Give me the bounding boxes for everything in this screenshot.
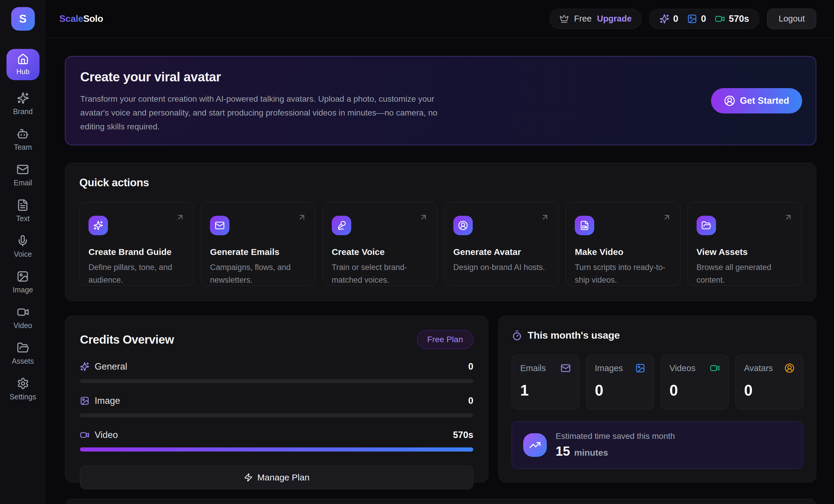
logo-solo: Solo — [83, 13, 103, 24]
stat-value: 1 — [520, 382, 571, 399]
credits-overview-title: Credits Overview — [80, 333, 174, 346]
sidebar-item-hub[interactable]: Hub — [6, 49, 40, 80]
user-round-icon — [785, 363, 794, 373]
quick-action-title: Create Brand Guide — [88, 247, 184, 257]
quick-action-create-voice[interactable]: Create Voice Train or select brand-match… — [323, 202, 437, 286]
stat-label: Videos — [670, 363, 695, 373]
hero-description: Transform your content creation with AI-… — [80, 92, 461, 134]
stat-value: 0 — [670, 382, 720, 399]
quick-action-generate-avatar[interactable]: Generate Avatar Design on-brand AI hosts… — [444, 202, 558, 286]
video-credits-chip: 570s — [715, 14, 749, 24]
stat-card-videos: Videos 0 — [661, 354, 728, 409]
sidebar-item-voice[interactable]: Voice — [14, 235, 32, 258]
arrow-up-right-icon — [784, 213, 793, 222]
sidebar-item-label: Team — [14, 143, 32, 152]
get-started-label: Get Started — [740, 95, 789, 106]
credits-pill[interactable]: 0 0 570s — [649, 9, 760, 29]
sidebar-item-label: Brand — [13, 107, 33, 116]
folder-open-icon — [17, 342, 29, 354]
workspace-avatar[interactable]: S — [11, 7, 35, 31]
progress-track — [80, 413, 473, 417]
mic-vocal-icon — [332, 216, 351, 235]
credit-row-video: Video 570s — [80, 430, 473, 452]
user-round-icon — [453, 216, 473, 235]
sparkles-icon — [80, 362, 89, 371]
arrow-up-right-icon — [419, 213, 428, 222]
upgrade-link[interactable]: Upgrade — [597, 14, 632, 24]
time-saved-text: Estimated time saved this month 15 minut… — [556, 432, 675, 459]
arrow-up-right-icon — [541, 213, 549, 222]
time-saved-label: Estimated time saved this month — [556, 432, 675, 441]
file-video-icon — [575, 216, 594, 235]
quick-action-create-brand-guide[interactable]: Create Brand Guide Define pillars, tone,… — [79, 202, 194, 286]
credits-overview-panel: Credits Overview Free Plan General 0 Ima… — [65, 316, 488, 482]
quick-action-make-video[interactable]: Make Video Turn scripts into ready-to-sh… — [566, 202, 680, 286]
sparkles-icon — [88, 216, 108, 235]
manage-plan-button[interactable]: Manage Plan — [80, 466, 473, 489]
topbar: ScaleSolo Free Upgrade 0 0 570s — [46, 0, 834, 38]
image-credits-value: 0 — [701, 14, 706, 24]
image-icon — [687, 14, 697, 24]
sidebar-item-image[interactable]: Image — [13, 270, 33, 294]
sparkles-icon — [17, 92, 29, 104]
app-logo[interactable]: ScaleSolo — [59, 13, 103, 24]
time-saved-card: Estimated time saved this month 15 minut… — [512, 421, 803, 469]
quick-action-description: Define pillars, tone, and audience. — [88, 261, 184, 287]
credit-row-image: Image 0 — [80, 395, 473, 417]
usage-header: This month's usage — [512, 329, 803, 341]
credit-value: 570s — [453, 430, 473, 440]
sidebar-item-text[interactable]: Text — [16, 199, 30, 223]
sparkles-icon — [659, 14, 670, 24]
logout-button[interactable]: Logout — [767, 8, 816, 29]
time-saved-value: 15 — [556, 444, 570, 459]
topbar-right: Free Upgrade 0 0 570s Logout — [550, 8, 816, 29]
credit-label: General — [95, 361, 127, 372]
mail-icon — [210, 216, 229, 235]
sidebar-item-label: Assets — [12, 357, 34, 365]
quick-actions-panel: Quick actions Create Brand Guide Define … — [65, 163, 816, 301]
quick-action-description: Turn scripts into ready-to-ship videos. — [575, 261, 671, 287]
quick-action-generate-emails[interactable]: Generate Emails Campaigns, flows, and ne… — [201, 202, 315, 286]
plan-upgrade-pill[interactable]: Free Upgrade — [550, 9, 641, 29]
image-icon — [635, 363, 645, 373]
arrow-up-right-icon — [662, 213, 671, 222]
progress-fill — [80, 448, 473, 452]
sidebar: S Hub Brand Team Email Text Voice Image — [0, 0, 46, 504]
stat-label: Avatars — [744, 363, 773, 373]
hero-banner: Create your viral avatar Transform your … — [65, 56, 816, 145]
folder-open-icon — [697, 216, 716, 235]
stat-value: 0 — [595, 382, 645, 399]
quick-action-view-assets[interactable]: View Assets Browse all generated content… — [687, 202, 802, 286]
general-credits-chip: 0 — [659, 14, 678, 24]
sidebar-item-label: Settings — [9, 393, 36, 401]
arrow-up-right-icon — [176, 213, 184, 222]
progress-track — [80, 379, 473, 383]
video-credits-value: 570s — [729, 14, 749, 24]
sidebar-item-video[interactable]: Video — [14, 306, 32, 330]
credits-header: Credits Overview Free Plan — [80, 330, 473, 349]
credit-label: Image — [95, 395, 120, 406]
credit-label: Video — [95, 430, 118, 440]
quick-action-description: Browse all generated content. — [697, 261, 793, 287]
credit-value: 0 — [468, 395, 473, 406]
video-icon — [710, 363, 720, 373]
credit-row-top: Video 570s — [80, 430, 473, 440]
general-credits-value: 0 — [673, 14, 678, 24]
sidebar-item-team[interactable]: Team — [14, 128, 32, 152]
sidebar-item-label: Text — [16, 214, 30, 223]
sidebar-item-settings[interactable]: Settings — [9, 377, 36, 401]
content: Create your viral avatar Transform your … — [46, 38, 834, 504]
quick-actions-title: Quick actions — [79, 177, 802, 189]
image-credits-chip: 0 — [687, 14, 706, 24]
time-saved-unit: minutes — [574, 448, 608, 458]
quick-action-title: View Assets — [697, 247, 793, 257]
sidebar-item-assets[interactable]: Assets — [12, 342, 34, 365]
mic-icon — [17, 235, 29, 247]
timer-icon — [512, 330, 522, 341]
get-started-button[interactable]: Get Started — [711, 88, 802, 113]
sidebar-item-email[interactable]: Email — [14, 163, 32, 187]
sidebar-item-brand[interactable]: Brand — [13, 92, 33, 116]
stat-top: Avatars — [744, 363, 794, 373]
plan-label: Free — [574, 14, 592, 24]
file-text-icon — [17, 199, 29, 211]
